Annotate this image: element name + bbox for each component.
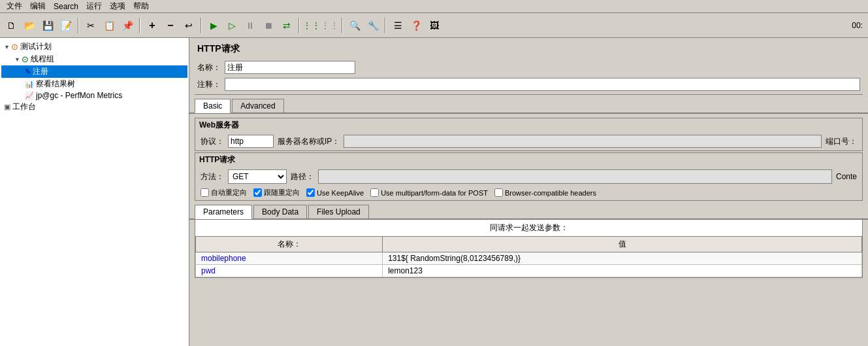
thread-group-icon: ⊙ (22, 54, 29, 64)
path-label: 路径： (291, 171, 314, 182)
server-label: 服务器名称或IP： (278, 136, 340, 147)
sidebar-label-test-plan: 测试计划 (20, 41, 52, 52)
sub-tab-parameters[interactable]: Parameters (195, 205, 252, 219)
cb-browser-headers[interactable]: Browser-compatible headers (494, 188, 596, 197)
list-button[interactable]: ☰ (389, 17, 406, 34)
save-button[interactable]: 💾 (39, 17, 56, 34)
menubar: 文件 编辑 Search 运行 选项 帮助 (0, 0, 868, 13)
content-panel: HTTP请求 名称： 注释： Basic Advanced Web服务器 (189, 38, 868, 346)
cb-auto-redirect[interactable]: 自动重定向 (201, 188, 247, 198)
tab-basic[interactable]: Basic (195, 99, 231, 113)
clear-button[interactable]: 🔧 (364, 17, 381, 34)
sep2 (139, 18, 140, 33)
method-select-wrap: GET POST PUT DELETE HEAD OPTIONS PATCH (228, 169, 287, 184)
cb-follow-redirect[interactable]: 跟随重定向 (253, 188, 300, 198)
param-name-1[interactable]: pwd (196, 265, 383, 277)
sub-tab-files-upload[interactable]: Files Upload (308, 205, 369, 218)
menu-edit[interactable]: 编辑 (26, 0, 50, 12)
undo-button[interactable]: ↩ (180, 17, 197, 34)
sub-tab-body-data[interactable]: Body Data (253, 205, 307, 218)
http-request-title: HTTP请求 (195, 153, 862, 167)
comment-input[interactable] (225, 78, 860, 91)
expand-icon2: ▼ (14, 56, 20, 63)
img-button[interactable]: 🖼 (426, 17, 443, 34)
content-type-label: Conte (836, 172, 857, 181)
toolbar: 🗋 📂 💾 📝 ✂ 📋 📌 + − ↩ ▶ ▷ ⏸ ⏹ ⇄ ⋮⋮ ⋮⋮ 🔍 🔧 … (0, 13, 868, 38)
menu-options[interactable]: 选项 (106, 0, 129, 12)
sep6 (385, 18, 386, 33)
sidebar-label-register: 注册 (33, 66, 48, 77)
switch-button[interactable]: ⇄ (278, 17, 295, 34)
sidebar-item-test-plan[interactable]: ▼ ⊙ 测试计划 (1, 41, 187, 53)
remove-button[interactable]: − (162, 17, 179, 34)
remote-run-button[interactable]: ⋮⋮ (303, 17, 320, 34)
protocol-input[interactable] (228, 135, 274, 148)
menu-help[interactable]: 帮助 (129, 0, 153, 12)
run2-button[interactable]: ▷ (223, 17, 240, 34)
menu-search[interactable]: Search (50, 1, 82, 12)
name-label: 名称： (197, 62, 221, 73)
result-tree-icon: 📊 (25, 80, 34, 88)
menu-file[interactable]: 文件 (3, 0, 26, 12)
run-button[interactable]: ▶ (205, 17, 222, 34)
cb-multipart-label: Use multipart/form-data for POST (381, 189, 488, 197)
remote-stop-button[interactable]: ⋮⋮ (321, 17, 338, 34)
cut-button[interactable]: ✂ (82, 17, 99, 34)
method-label: 方法： (201, 171, 224, 182)
menu-run[interactable]: 运行 (82, 0, 106, 12)
cb-browser-headers-input[interactable] (494, 188, 503, 197)
path-input[interactable] (318, 169, 832, 184)
sidebar-item-register[interactable]: ✎ 注册 (1, 65, 187, 78)
table-row: pwd lemon123 (196, 265, 862, 277)
add-button[interactable]: + (144, 17, 161, 34)
sidebar: ▼ ⊙ 测试计划 ▼ ⊙ 线程组 ✎ 注册 📊 察看结果树 📈 (0, 38, 189, 346)
params-send-header: 同请求一起发送参数： (195, 220, 862, 236)
timer-display: 00: (852, 21, 865, 30)
comment-row: 注释： (189, 76, 868, 93)
param-value-1[interactable]: lemon123 (383, 265, 862, 277)
cb-keepalive-input[interactable] (306, 188, 315, 197)
sidebar-item-result-tree[interactable]: 📊 察看结果树 (1, 78, 187, 90)
tab-advanced[interactable]: Advanced (232, 99, 283, 112)
http-request-section: HTTP请求 方法： GET POST PUT DELETE HEAD OPTI… (195, 152, 863, 201)
cb-keepalive[interactable]: Use KeepAlive (306, 188, 364, 197)
sidebar-label-perfmon: jp@gc - PerfMon Metrics (36, 91, 122, 100)
sidebar-item-perfmon[interactable]: 📈 jp@gc - PerfMon Metrics (1, 90, 187, 101)
sidebar-item-workbench[interactable]: ▣ 工作台 (1, 101, 187, 113)
paste-button[interactable]: 📌 (119, 17, 136, 34)
pause-button[interactable]: ⏸ (242, 17, 259, 34)
sep5 (342, 18, 343, 33)
cb-follow-redirect-input[interactable] (253, 188, 262, 197)
sidebar-label-workbench: 工作台 (12, 101, 36, 112)
cb-multipart-input[interactable] (370, 188, 379, 197)
web-server-section: Web服务器 协议： 服务器名称或IP： 端口号： (195, 118, 863, 151)
method-select[interactable]: GET POST PUT DELETE HEAD OPTIONS PATCH (228, 169, 287, 184)
sep4 (298, 18, 300, 33)
new-button[interactable]: 🗋 (3, 17, 20, 34)
cb-multipart[interactable]: Use multipart/form-data for POST (370, 188, 488, 197)
cb-auto-redirect-label: 自动重定向 (211, 188, 247, 198)
sidebar-item-thread-group[interactable]: ▼ ⊙ 线程组 (1, 53, 187, 65)
cb-follow-redirect-label: 跟随重定向 (264, 188, 300, 198)
name-input[interactable] (225, 61, 355, 74)
help-button[interactable]: ❓ (408, 17, 425, 34)
http-panel-title: HTTP请求 (189, 38, 868, 59)
cb-auto-redirect-input[interactable] (201, 188, 209, 197)
main-layout: ▼ ⊙ 测试计划 ▼ ⊙ 线程组 ✎ 注册 📊 察看结果树 📈 (0, 38, 868, 346)
table-row: mobilephone 131${ RandomString(8,0123456… (196, 252, 862, 265)
search-button[interactable]: 🔍 (346, 17, 363, 34)
copy-button[interactable]: 📋 (101, 17, 118, 34)
checkboxes-row: 自动重定向 跟随重定向 Use KeepAlive Use multipart/… (195, 186, 862, 200)
param-value-0[interactable]: 131${ RandomString(8,0123456789,)} (383, 252, 862, 265)
stop-button[interactable]: ⏹ (260, 17, 277, 34)
param-name-0[interactable]: mobilephone (196, 252, 383, 265)
saveall-button[interactable]: 📝 (57, 17, 74, 34)
open-button[interactable]: 📂 (21, 17, 38, 34)
comment-label: 注释： (197, 79, 221, 90)
parameters-content: 同请求一起发送参数： 名称： 值 mobilephone 131${ Rando… (195, 220, 863, 278)
sidebar-label-thread-group: 线程组 (31, 54, 54, 65)
col-value-header: 值 (383, 237, 862, 252)
http-panel: HTTP请求 名称： 注释： Basic Advanced Web服务器 (189, 38, 868, 278)
server-input[interactable] (344, 135, 822, 148)
protocol-label: 协议： (201, 136, 224, 147)
